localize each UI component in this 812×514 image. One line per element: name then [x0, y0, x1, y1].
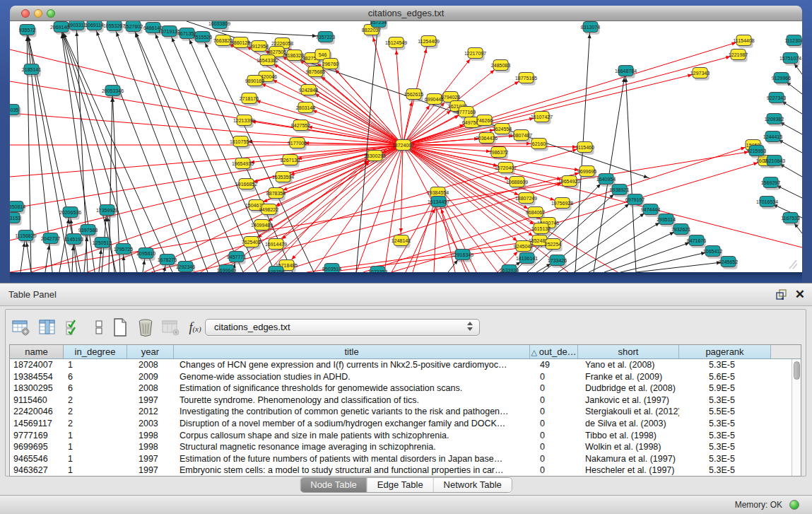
- column-visibility-icon[interactable]: [37, 317, 57, 337]
- network-node[interactable]: 1248141: [392, 235, 411, 248]
- float-panel-icon[interactable]: [775, 288, 788, 301]
- network-canvas[interactable]: 1872400718300295193845547663822886012889…: [10, 21, 802, 272]
- network-node[interactable]: 15720407: [495, 163, 517, 175]
- network-node[interactable]: 18775165: [515, 73, 537, 86]
- network-node[interactable]: 935572: [19, 25, 37, 37]
- network-node[interactable]: 15751074: [779, 53, 801, 66]
- network-node[interactable]: 9875685: [306, 66, 325, 79]
- network-node[interactable]: 1297343: [690, 68, 710, 81]
- network-node[interactable]: 1633934: [500, 265, 519, 273]
- network-node[interactable]: 19654935: [232, 158, 254, 171]
- network-node[interactable]: 2042737: [41, 233, 60, 246]
- table-selector-dropdown[interactable]: citations_edges.txt: [205, 319, 480, 336]
- network-node[interactable]: 1244415: [763, 132, 782, 144]
- network-node[interactable]: 16353594: [272, 172, 294, 185]
- table-row[interactable]: 2242004622012Investigating the contribut…: [10, 406, 801, 418]
- network-node[interactable]: 7625402: [242, 237, 261, 250]
- network-node[interactable]: 9177006: [288, 138, 307, 151]
- network-node[interactable]: 1615132: [531, 223, 551, 236]
- network-node[interactable]: 8313074: [581, 22, 600, 35]
- network-node[interactable]: 17359928: [96, 205, 118, 218]
- function-builder-icon[interactable]: f(x): [185, 317, 205, 337]
- network-node[interactable]: 1095810: [136, 248, 155, 261]
- network-node[interactable]: 8860128: [231, 37, 250, 50]
- table-settings-icon[interactable]: [11, 317, 31, 337]
- network-node[interactable]: 12217097: [464, 48, 486, 61]
- network-node[interactable]: 9457771: [227, 252, 246, 264]
- network-node[interactable]: 1678275: [158, 255, 177, 267]
- network-node[interactable]: 11254409: [418, 36, 440, 49]
- close-panel-icon[interactable]: ✕: [795, 286, 805, 303]
- network-node[interactable]: 8471676: [687, 235, 706, 248]
- network-node[interactable]: 85035: [10, 105, 21, 117]
- window-titlebar[interactable]: citations_edges.txt: [10, 6, 802, 21]
- network-node[interactable]: 2485083: [491, 60, 510, 73]
- network-node[interactable]: 11156829: [15, 230, 36, 243]
- vertical-scrollbar[interactable]: [792, 359, 801, 476]
- delete-table-icon[interactable]: [136, 317, 155, 337]
- network-node[interactable]: 10807487: [510, 130, 532, 143]
- network-node[interactable]: 1699649: [217, 265, 236, 273]
- network-node[interactable]: 7357223: [316, 32, 335, 45]
- network-node[interactable]: 9699695: [577, 166, 596, 179]
- network-node[interactable]: 2935114: [657, 214, 676, 227]
- table-row[interactable]: 946362711997Embryonic stem cells: a mode…: [10, 465, 801, 477]
- network-node[interactable]: 20206536: [59, 207, 81, 220]
- network-node[interactable]: 1069114: [85, 21, 104, 33]
- network-node[interactable]: 8427552: [291, 120, 310, 133]
- network-node[interactable]: 20053346: [102, 86, 124, 98]
- table-row[interactable]: 911546021997Tourette syndrome. Phenomeno…: [10, 395, 801, 407]
- network-node[interactable]: 1112304: [784, 35, 802, 48]
- network-node[interactable]: 1250513: [93, 238, 112, 250]
- network-node[interactable]: 8186328: [285, 50, 304, 63]
- table-row[interactable]: 1456911722003Disruption of a novel membe…: [10, 418, 801, 430]
- network-node[interactable]: 12213399: [233, 115, 255, 128]
- network-node[interactable]: 9245042: [514, 241, 533, 254]
- network-node[interactable]: 62160: [531, 139, 548, 151]
- network-node[interactable]: 9474444: [641, 204, 660, 217]
- network-node[interactable]: 19756928: [551, 198, 573, 211]
- table-row[interactable]: 969969511998Structural magnetic resonanc…: [10, 441, 801, 453]
- network-node[interactable]: 8503514: [322, 264, 341, 273]
- network-node[interactable]: 1569297: [761, 177, 780, 190]
- network-node[interactable]: 7932621: [671, 224, 690, 237]
- network-node[interactable]: 9498222: [259, 204, 278, 217]
- network-node[interactable]: 16648784: [615, 66, 637, 78]
- network-node[interactable]: 2185141: [22, 64, 41, 77]
- network-node[interactable]: 9115460: [575, 142, 594, 155]
- tab-edge-table[interactable]: Edge Table: [367, 478, 434, 492]
- table-row[interactable]: 1938455462009Genome-wide association stu…: [10, 371, 801, 383]
- column-header-out_de[interactable]: △out_de…: [530, 345, 578, 359]
- column-header-pagerank[interactable]: pagerank: [679, 345, 771, 359]
- row-selection-icon[interactable]: [64, 317, 83, 337]
- network-node[interactable]: 1562615: [404, 89, 423, 102]
- network-node[interactable]: 7663822: [213, 35, 233, 48]
- table-row[interactable]: 1830029562008Estimation of significance …: [10, 382, 801, 395]
- column-header-year[interactable]: year: [127, 345, 174, 359]
- tab-network-table[interactable]: Network Table: [434, 478, 512, 492]
- network-node[interactable]: 3624554: [493, 124, 512, 136]
- scrollbar-thumb[interactable]: [794, 361, 800, 380]
- table-row[interactable]: 1872400712008Changes of HCN gene express…: [10, 359, 801, 371]
- network-node[interactable]: 11154408: [733, 35, 754, 48]
- network-node[interactable]: 938359: [268, 267, 286, 273]
- network-node[interactable]: 17016534: [756, 197, 778, 209]
- network-node[interactable]: 9245652: [719, 257, 738, 269]
- column-header-short[interactable]: short: [578, 345, 679, 359]
- rows-icon[interactable]: [89, 317, 109, 337]
- network-node[interactable]: 10688609: [506, 177, 528, 189]
- network-node[interactable]: 15124549: [385, 37, 407, 50]
- network-node[interactable]: 12916349: [452, 250, 473, 262]
- network-node[interactable]: 933153: [10, 213, 22, 226]
- network-node[interactable]: 8912954: [249, 41, 269, 54]
- network-node[interactable]: 1145193: [64, 234, 83, 247]
- network-node[interactable]: 7515526: [193, 32, 212, 45]
- table-row[interactable]: 946554611997Estimation of the future num…: [10, 453, 801, 465]
- table-row[interactable]: 977716911998Corpus callosum shape and si…: [10, 430, 801, 442]
- column-header-title[interactable]: title: [174, 345, 530, 359]
- network-node[interactable]: 8267130: [281, 155, 300, 168]
- column-header-name[interactable]: name: [10, 345, 64, 359]
- network-node[interactable]: 1527602: [124, 21, 143, 34]
- network-node[interactable]: 9129966: [772, 73, 791, 86]
- network-graph[interactable]: 1872400718300295193845547663822886012889…: [10, 21, 802, 272]
